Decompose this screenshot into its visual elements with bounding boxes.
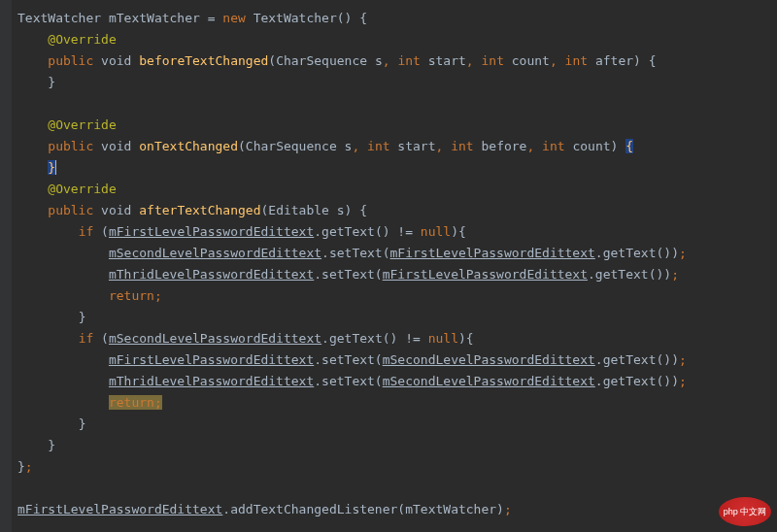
code-line: return; (109, 395, 162, 410)
code-line: } (48, 438, 55, 452)
code-line: } (48, 75, 55, 89)
code-line: public void afterTextChanged(Editable s)… (48, 203, 367, 217)
code-line: mFirstLevelPasswordEdittext.setText(mSec… (109, 352, 687, 367)
code-line: } (79, 416, 86, 431)
code-line: } (17, 459, 25, 474)
watermark-logo: php 中文网 (719, 497, 771, 526)
annotation: @Override (48, 182, 116, 196)
code-line: public void onTextChanged(CharSequence s… (48, 139, 633, 153)
code-line: TextWatcher mTextWatcher = new TextWatch… (17, 11, 367, 25)
code-line: } (79, 310, 86, 324)
editor-gutter (0, 0, 12, 532)
code-line: mFirstLevelPasswordEdittext.addTextChang… (17, 502, 512, 516)
code-line: public void beforeTextChanged(CharSequen… (48, 53, 656, 68)
brace-highlight: } (48, 160, 55, 175)
caret-icon (55, 160, 56, 175)
code-editor[interactable]: TextWatcher mTextWatcher = new TextWatch… (0, 0, 777, 520)
code-line: if (mSecondLevelPasswordEdittext.getText… (79, 331, 474, 346)
annotation: @Override (48, 32, 116, 47)
annotation: @Override (48, 117, 116, 132)
code-line: mSecondLevelPasswordEdittext.setText(mFi… (109, 246, 687, 260)
code-line: if (mFirstLevelPasswordEdittext.getText(… (79, 224, 466, 239)
code-line: return; (109, 288, 162, 303)
brace-highlight: { (625, 139, 633, 153)
code-line: mThridLevelPasswordEdittext.setText(mFir… (109, 267, 679, 282)
cursor-line: } (48, 160, 56, 175)
code-line: mThridLevelPasswordEdittext.setText(mSec… (109, 374, 687, 388)
